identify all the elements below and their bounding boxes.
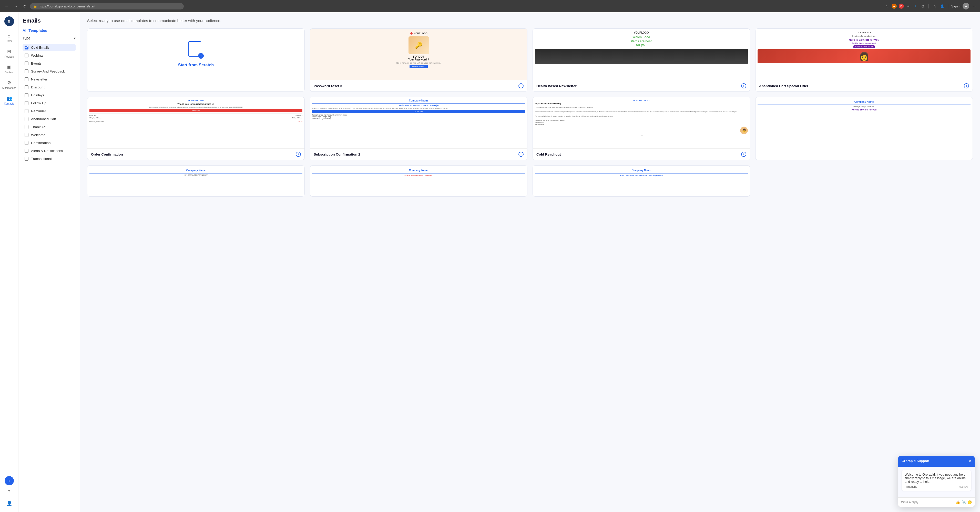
url-bar[interactable]: 🔒 https://portal.grorapid.com/emails/sta… — [30, 3, 184, 10]
chat-input[interactable] — [901, 501, 954, 504]
filter-item-webinar[interactable]: Webinar — [22, 52, 76, 59]
thumbs-up-icon[interactable]: 👍 — [956, 500, 960, 504]
filter-item-cold-emails[interactable]: Cold Emails — [22, 44, 76, 51]
filter-item-events[interactable]: Events — [22, 60, 76, 67]
sc-footer: For reference, here's your login informa… — [312, 114, 525, 119]
filter-checkbox-newsletter[interactable] — [25, 77, 29, 81]
filter-label-newsletter: Newsletter — [31, 77, 48, 81]
nav-item-content[interactable]: ▣ Content — [2, 62, 17, 76]
all-templates-label[interactable]: All Templates — [22, 28, 76, 33]
nav-item-home[interactable]: ⌂ Home — [2, 31, 17, 45]
info-icon-abandoned[interactable]: i — [964, 83, 969, 88]
profile-ext-icon[interactable]: 👤 — [940, 3, 945, 9]
shield-ext-icon[interactable]: 🛡 — [899, 3, 904, 9]
info-icon-pr[interactable]: i — [519, 83, 523, 88]
template-card-bottom-3[interactable]: Company Name Your order has been cancell… — [310, 165, 527, 197]
filter-label-webinar: Webinar — [31, 54, 44, 57]
nav-logo[interactable]: g — [4, 16, 14, 26]
nav-profile-icon[interactable]: 👤 — [5, 499, 14, 508]
filter-item-alerts[interactable]: Alerts & Notifications — [22, 147, 76, 154]
sidebar-title: Emails — [22, 17, 76, 24]
slash-ext-icon[interactable]: ⌀ — [906, 3, 911, 9]
reload-button[interactable]: ↻ — [22, 3, 28, 10]
bottom-3-content: Company Name Your order has been cancell… — [310, 165, 527, 196]
abandoned-img: 👩 — [757, 49, 970, 63]
template-card-order[interactable]: ⊕ YOURLOGO Thank You for purchasing with… — [87, 97, 305, 160]
template-card-bottom-2[interactable]: Company Name HI *|CONTACT.FIRSTNAME|* — [87, 165, 305, 197]
more-button[interactable]: ··· — [971, 3, 977, 9]
star-button[interactable]: ☆ — [884, 3, 889, 9]
main-subtitle: Select ready to use email templates to c… — [87, 19, 973, 23]
browser-actions: ☆ ● 🛡 ⌀ ↓ ◷ ☆ 👤 Sign in A ··· — [884, 3, 977, 10]
filter-checkbox-holidays[interactable] — [25, 93, 29, 97]
filter-item-follow-up[interactable]: Follow Up — [22, 99, 76, 107]
nav-item-contacts[interactable]: 👥 Contacts — [2, 94, 17, 107]
filter-item-thank-you[interactable]: Thank You — [22, 123, 76, 131]
template-card-bottom-1[interactable]: Company Name Don't you forget about me. … — [755, 97, 973, 160]
filter-item-abandoned-cart[interactable]: Abandoned Cart — [22, 115, 76, 123]
sidebar: Emails All Templates Type ▾ Cold Emails … — [19, 12, 80, 512]
info-icon-sub[interactable]: i — [519, 152, 523, 157]
download-ext-icon[interactable]: ↓ — [913, 3, 918, 9]
nav-label-home: Home — [6, 40, 13, 43]
filter-item-confirmation[interactable]: Confirmation — [22, 139, 76, 146]
nav-help-icon[interactable]: ? — [5, 487, 14, 497]
info-icon-cold[interactable]: i — [741, 152, 746, 157]
filter-checkbox-welcome[interactable] — [25, 133, 29, 137]
chat-input-area: 👍 📎 🙂 — [898, 498, 975, 507]
template-card-abandoned[interactable]: YOURLOGO Don't you forget about me. Here… — [755, 29, 973, 92]
filter-checkbox-webinar[interactable] — [25, 54, 29, 57]
filter-checkbox-reminder[interactable] — [25, 109, 29, 113]
template-footer-pr: Password reset 3 i — [310, 80, 527, 92]
bookmarks-button[interactable]: ☆ — [932, 3, 938, 9]
bottom-1-content: Company Name Don't you forget about me. … — [756, 97, 972, 128]
filter-item-newsletter[interactable]: Newsletter — [22, 76, 76, 83]
filter-checkbox-alerts[interactable] — [25, 149, 29, 153]
nav-label-recipes: Recipes — [4, 56, 14, 58]
filter-item-transactional[interactable]: Transactional — [22, 155, 76, 162]
filter-label-events: Events — [31, 62, 41, 65]
template-card-bottom-4[interactable]: Company Name Your password has been succ… — [533, 165, 750, 197]
nav-item-automations[interactable]: ⚙ Automations — [2, 78, 17, 92]
template-card-cold[interactable]: ⊕ YOURLOGO HI |CONTACT.FIRSTNAME|, I am … — [533, 97, 750, 160]
forward-button[interactable]: → — [12, 3, 19, 10]
info-icon-order[interactable]: i — [296, 152, 301, 157]
filter-checkbox-thank-you[interactable] — [25, 125, 29, 129]
chat-messages: Welcome to Grorapid, if you need any hel… — [898, 467, 975, 498]
filter-checkbox-transactional[interactable] — [25, 157, 29, 161]
recipes-icon: ⊞ — [7, 49, 11, 54]
nav-item-recipes[interactable]: ⊞ Recipes — [2, 47, 17, 60]
type-filter-label: Type — [22, 36, 30, 40]
filter-checkbox-abandoned-cart[interactable] — [25, 117, 29, 121]
filter-item-discount[interactable]: Discount — [22, 84, 76, 91]
filter-checkbox-cold-emails[interactable] — [25, 46, 29, 49]
template-card-health[interactable]: YOURLOGO Which Fooditems are bestfor you… — [533, 29, 750, 92]
filter-item-reminder[interactable]: Reminder — [22, 107, 76, 115]
chat-close-button[interactable]: × — [969, 459, 971, 464]
back-button[interactable]: ← — [3, 3, 10, 10]
info-icon-health[interactable]: i — [741, 83, 746, 88]
filter-checkbox-follow-up[interactable] — [25, 101, 29, 105]
type-filter[interactable]: Type ▾ — [22, 36, 76, 40]
filter-checkbox-survey[interactable] — [25, 70, 29, 73]
template-card-sub[interactable]: Company Name Welcome, *|CONTACT.FIRSTNAM… — [310, 97, 527, 160]
emoji-icon[interactable]: 🙂 — [967, 500, 972, 504]
filter-list: Cold Emails Webinar Events Survey And Fe… — [22, 44, 76, 162]
chat-header-title: Grorapid Support — [902, 459, 929, 463]
filter-checkbox-events[interactable] — [25, 62, 29, 65]
bottom-4-header: Company Name — [535, 168, 748, 173]
filter-item-welcome[interactable]: Welcome — [22, 131, 76, 138]
sc-company: Company Name — [312, 99, 525, 102]
template-card-scratch[interactable]: ＋ Start from Scratch — [87, 29, 305, 92]
pr-logo: ❖ YOURLOGO — [410, 31, 428, 35]
firefox-ext-icon[interactable]: ● — [892, 3, 897, 9]
filter-checkbox-discount[interactable] — [25, 85, 29, 89]
filter-checkbox-confirmation[interactable] — [25, 141, 29, 145]
clock-ext-icon[interactable]: ◷ — [920, 3, 926, 9]
nav-add-icon[interactable]: ＋ — [5, 476, 14, 485]
sign-in-button[interactable]: Sign in A — [951, 3, 969, 10]
paperclip-icon[interactable]: 📎 — [961, 500, 966, 504]
filter-item-survey[interactable]: Survey And Feedback — [22, 68, 76, 75]
filter-item-holidays[interactable]: Holidays — [22, 92, 76, 99]
template-card-password-reset[interactable]: ❖ YOURLOGO 🔑 FORGOTYour Password ? Not t… — [310, 29, 527, 92]
